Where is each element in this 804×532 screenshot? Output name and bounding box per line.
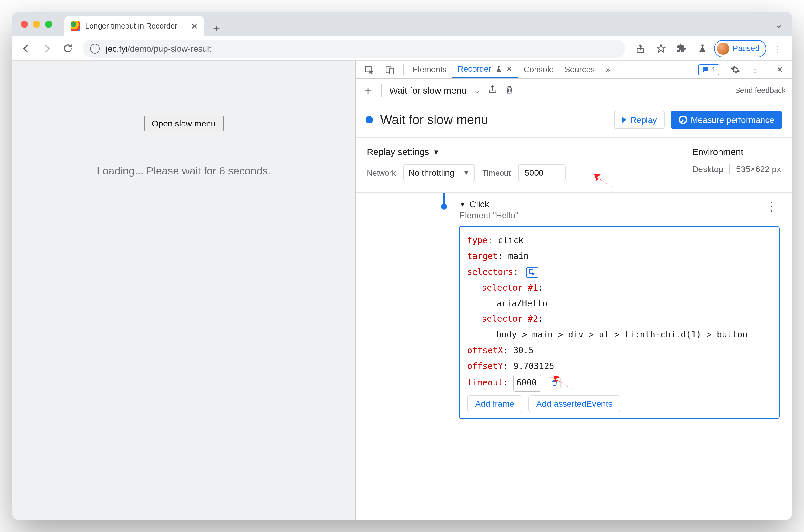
back-button[interactable] xyxy=(17,39,35,57)
url-text: jec.fyi/demo/pup-slow-result xyxy=(106,43,211,53)
network-throttling-select[interactable]: No throttling ▼ xyxy=(403,164,475,181)
maximize-window[interactable] xyxy=(45,21,52,28)
environment-title: Environment xyxy=(692,147,781,157)
tab-recorder[interactable]: Recorder ✕ xyxy=(453,61,518,78)
issues-chip[interactable]: 1 xyxy=(694,61,724,78)
prop-value[interactable]: body > main > div > ul > li:nth-child(1)… xyxy=(496,330,747,340)
tab-elements[interactable]: Elements xyxy=(408,61,452,78)
address-bar[interactable]: i jec.fyi/demo/pup-slow-result xyxy=(83,39,625,57)
forward-button[interactable] xyxy=(38,39,56,57)
extensions-icon[interactable] xyxy=(673,39,691,57)
svg-rect-3 xyxy=(390,68,393,74)
flask-icon xyxy=(495,65,502,73)
timeline-line xyxy=(443,193,445,204)
caret-down-icon: ▼ xyxy=(463,169,470,176)
prop-key: type xyxy=(467,235,487,245)
measure-performance-button[interactable]: Measure performance xyxy=(671,111,782,129)
reload-button[interactable] xyxy=(58,39,77,57)
inspect-element-icon[interactable] xyxy=(359,61,379,78)
prop-value[interactable]: click xyxy=(498,235,523,245)
add-recording-icon[interactable]: ＋ xyxy=(362,82,374,98)
step-kebab-icon[interactable]: ⋮ xyxy=(766,199,779,220)
prop-value[interactable]: aria/Hello xyxy=(496,298,548,308)
network-value: No throttling xyxy=(409,168,455,177)
issue-icon xyxy=(702,66,709,73)
recorder-subbar: ＋ Wait for slow menu ⌄ Send feedback xyxy=(356,79,792,102)
step-subtitle: Element "Hello" xyxy=(459,210,518,220)
chevron-down-icon: ▼ xyxy=(433,148,440,155)
prop-value[interactable]: 9.703125 xyxy=(513,361,554,371)
annotation-arrow-icon xyxy=(593,172,616,190)
tab-recorder-close-icon[interactable]: ✕ xyxy=(506,64,513,74)
tab-close-icon[interactable]: ✕ xyxy=(191,21,198,31)
share-icon[interactable] xyxy=(631,39,650,57)
step-editor: type: click target: main selectors: sele… xyxy=(459,226,780,419)
step-row: ▼ Click Element "Hello" ⋮ xyxy=(356,193,791,220)
labs-icon[interactable] xyxy=(693,39,712,57)
devtools-settings-icon[interactable] xyxy=(726,61,745,78)
tab-sources[interactable]: Sources xyxy=(560,61,600,78)
prop-key: target xyxy=(467,251,498,261)
tab-title: Longer timeout in Recorder xyxy=(85,22,177,31)
profile-label: Paused xyxy=(733,44,760,53)
chevron-down-icon: ▼ xyxy=(459,200,466,208)
prop-value[interactable]: main xyxy=(508,251,528,261)
replay-button[interactable]: Replay xyxy=(615,111,665,129)
prop-value[interactable]: 30.5 xyxy=(513,345,534,355)
step-timeout-input[interactable] xyxy=(513,375,541,392)
recorder-title: Wait for slow menu xyxy=(380,113,488,127)
prop-key: selector #2 xyxy=(482,314,538,324)
page-viewport: Open slow menu Loading... Please wait fo… xyxy=(12,61,355,520)
selector-picker-icon[interactable] xyxy=(526,267,538,278)
prop-key: offsetY xyxy=(467,361,503,371)
prop-key: selector #1 xyxy=(482,282,538,292)
measure-label: Measure performance xyxy=(691,115,774,125)
replay-settings: Replay settings ▼ Network No throttling … xyxy=(356,138,792,193)
delete-prop-icon[interactable] xyxy=(549,377,561,389)
new-tab-button[interactable]: ＋ xyxy=(208,19,225,37)
browser-tab[interactable]: Longer timeout in Recorder ✕ xyxy=(64,16,204,37)
send-feedback-link[interactable]: Send feedback xyxy=(735,86,786,95)
export-icon[interactable] xyxy=(488,84,498,96)
device-toolbar-icon[interactable] xyxy=(380,61,399,78)
devtools-kebab-icon[interactable]: ⋮ xyxy=(746,61,764,78)
env-size: 535×622 px xyxy=(736,164,781,174)
devtools-close-icon[interactable]: ✕ xyxy=(772,61,788,78)
prop-key: selectors xyxy=(467,267,513,277)
replay-settings-title[interactable]: Replay settings ▼ xyxy=(367,147,565,157)
env-device: Desktop xyxy=(692,164,724,174)
replay-label: Replay xyxy=(630,115,657,125)
prop-key: timeout xyxy=(467,378,503,387)
window-controls xyxy=(17,12,64,37)
site-info-icon[interactable]: i xyxy=(90,43,100,53)
tab-strip: Longer timeout in Recorder ✕ ＋ ⌄ xyxy=(12,12,792,37)
profile-chip[interactable]: Paused xyxy=(714,40,766,57)
recording-dropdown-icon[interactable]: ⌄ xyxy=(474,86,481,95)
avatar xyxy=(717,42,729,54)
browser-toolbar: i jec.fyi/demo/pup-slow-result Paused ⋮ xyxy=(12,37,792,61)
close-window[interactable] xyxy=(21,21,28,28)
tab-recorder-label: Recorder xyxy=(457,64,491,74)
tab-overflow-icon[interactable]: ⌄ xyxy=(774,12,783,37)
devtools-tabs: Elements Recorder ✕ Console Sources » 1 xyxy=(356,61,792,79)
recorder-header: Wait for slow menu Replay Measure perfor… xyxy=(356,102,792,138)
bookmark-star-icon[interactable] xyxy=(652,39,670,57)
recording-name: Wait for slow menu xyxy=(389,85,466,95)
step-title[interactable]: ▼ Click xyxy=(459,199,518,209)
tabs-overflow-icon[interactable]: » xyxy=(601,61,615,78)
open-slow-menu-button[interactable]: Open slow menu xyxy=(144,115,224,131)
play-icon xyxy=(622,117,627,123)
loading-text: Loading... Please wait for 6 seconds. xyxy=(97,165,270,177)
devtools-panel: Elements Recorder ✕ Console Sources » 1 xyxy=(355,61,792,520)
network-label: Network xyxy=(367,168,396,177)
delete-recording-icon[interactable] xyxy=(505,85,514,96)
timeout-input[interactable] xyxy=(518,164,565,181)
minimize-window[interactable] xyxy=(33,21,40,28)
add-asserted-events-button[interactable]: Add assertedEvents xyxy=(528,395,620,412)
timeout-label: Timeout xyxy=(482,168,510,177)
steps-body[interactable]: ▼ Click Element "Hello" ⋮ type: click ta… xyxy=(356,193,791,520)
tab-console[interactable]: Console xyxy=(519,61,559,78)
prop-key: offsetX xyxy=(467,345,503,355)
kebab-menu-icon[interactable]: ⋮ xyxy=(769,39,787,57)
add-frame-button[interactable]: Add frame xyxy=(467,395,522,412)
